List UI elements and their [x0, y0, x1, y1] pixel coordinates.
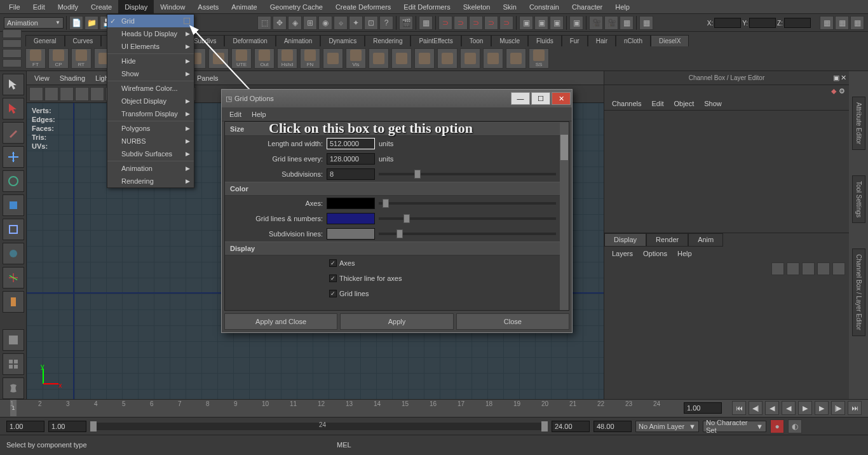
magnet-icon[interactable]: ⊃ — [438, 16, 452, 30]
toolbar-icon[interactable]: 📄 — [69, 16, 83, 30]
menu-item-object-display[interactable]: Object Display▶ — [107, 95, 194, 107]
snap-icon[interactable]: ✥ — [273, 16, 287, 30]
shelf-scroll-btn[interactable] — [3, 49, 22, 58]
snap-icon[interactable]: ◉ — [318, 16, 332, 30]
render-icon[interactable]: 🎥 — [604, 16, 618, 30]
layer-tab-display[interactable]: Display — [604, 233, 646, 247]
menu-edit-deformers[interactable]: Edit Deformers — [397, 0, 456, 14]
layout-icon[interactable]: ▦ — [835, 16, 849, 30]
toolbar-icon[interactable]: 📁 — [85, 16, 98, 30]
shelf-item[interactable]: FT — [25, 48, 46, 69]
range-start-input[interactable] — [6, 421, 44, 432]
menu-item-subdiv-surfaces[interactable]: Subdiv Surfaces▶ — [107, 147, 194, 160]
shelf-item[interactable]: RT — [71, 48, 92, 69]
axes-checkbox[interactable]: ✓ — [329, 259, 337, 267]
goto-end-icon[interactable]: ⏭ — [848, 401, 862, 415]
layer-area[interactable] — [604, 277, 849, 399]
shelf-scroll-btn[interactable] — [3, 39, 22, 48]
vp-icon[interactable] — [60, 87, 74, 101]
menu-skeleton[interactable]: Skeleton — [457, 0, 497, 14]
shelf-item[interactable] — [323, 48, 343, 69]
layer-icon[interactable] — [787, 262, 799, 275]
menu-help[interactable]: Help — [609, 0, 636, 14]
dialog-titlebar[interactable]: ◳Grid Options — ☐ ✕ — [222, 90, 572, 107]
range-end-input[interactable] — [552, 421, 590, 432]
option-box-icon[interactable] — [184, 18, 190, 24]
menu-assets[interactable]: Assets — [191, 0, 225, 14]
vtab-attribute-editor[interactable]: Attribute Editor — [852, 97, 865, 150]
render-icon[interactable]: ▣ — [519, 16, 533, 30]
menu-display[interactable]: Display — [118, 0, 154, 14]
panel-icon[interactable]: ▣ — [833, 74, 839, 82]
apply-button[interactable]: Apply — [340, 313, 453, 330]
snap-icon[interactable]: ⊡ — [364, 16, 378, 30]
shelf-item[interactable]: Out — [254, 48, 275, 69]
vtab-channel-box-layer-editor[interactable]: Channel Box / Layer Editor — [852, 248, 865, 336]
ch-menu-edit[interactable]: Edit — [646, 100, 668, 107]
channel-area[interactable] — [604, 111, 849, 233]
gridlines-checkbox[interactable]: ✓ — [329, 290, 337, 297]
gridlines-color-swatch[interactable] — [327, 213, 375, 224]
menu-item-rendering[interactable]: Rendering▶ — [107, 175, 194, 187]
layout-icon[interactable]: ▦ — [850, 16, 864, 30]
color-section[interactable]: Color — [225, 182, 569, 196]
vp-menu-view[interactable]: View — [29, 74, 55, 82]
gridlines-color-slider[interactable] — [379, 217, 556, 220]
length-width-input[interactable] — [327, 138, 375, 149]
single-view[interactable] — [3, 329, 24, 351]
layout-icon[interactable]: ▦ — [820, 16, 834, 30]
layer-menu-layers[interactable]: Layers — [607, 250, 638, 257]
shelf-tab-animation[interactable]: Animation — [276, 35, 320, 46]
menu-skin[interactable]: Skin — [496, 0, 522, 14]
last-tool[interactable] — [3, 267, 24, 289]
key-back-icon[interactable]: ◀ — [765, 401, 779, 415]
render-icon[interactable]: ▦ — [620, 16, 634, 30]
shelf-item[interactable] — [483, 48, 503, 69]
vp-icon[interactable] — [44, 87, 58, 101]
char-set-combo[interactable]: No Character Set▼ — [703, 421, 766, 432]
y-input[interactable] — [749, 18, 776, 28]
shelf-item[interactable] — [460, 48, 480, 69]
snap-icon[interactable]: ◈ — [288, 16, 302, 30]
layer-tab-render[interactable]: Render — [646, 233, 688, 247]
layer-menu-options[interactable]: Options — [638, 250, 672, 257]
vp-icon[interactable] — [75, 87, 89, 101]
rotate-tool[interactable] — [3, 170, 24, 192]
end-frame-input[interactable] — [684, 402, 722, 414]
shelf-item[interactable]: FN — [300, 48, 320, 69]
spacer-tool[interactable] — [3, 291, 24, 313]
subdivision-color-slider[interactable] — [379, 233, 556, 235]
shelf-scroll-btn[interactable] — [3, 29, 22, 38]
shelf-tab-dynamics[interactable]: Dynamics — [320, 35, 365, 46]
shelf-item[interactable]: Vis — [346, 48, 366, 69]
construction-icon[interactable]: ▦ — [419, 16, 433, 30]
layer-menu-help[interactable]: Help — [672, 250, 697, 257]
display-section[interactable]: Display — [225, 241, 569, 255]
key-icon[interactable]: ● — [770, 419, 784, 433]
mode-combo[interactable]: Animation▼ — [4, 17, 64, 29]
render-icon[interactable]: ▣ — [569, 16, 583, 30]
magnet-icon[interactable]: ⊃ — [499, 16, 513, 30]
menu-create-deformers[interactable]: Create Deformers — [329, 0, 397, 14]
shelf-item[interactable]: UTE — [231, 48, 252, 69]
help-icon[interactable]: ? — [379, 16, 393, 30]
shelf-tab-curves[interactable]: Curves — [65, 35, 102, 46]
range-end2-input[interactable] — [593, 421, 632, 432]
shelf-scroll-btn[interactable] — [3, 59, 22, 68]
shelf-tab-general[interactable]: General — [25, 35, 65, 46]
shelf-item[interactable] — [208, 48, 229, 69]
key-icon[interactable]: ◐ — [788, 419, 802, 433]
ch-menu-show[interactable]: Show — [699, 100, 727, 107]
close-button[interactable]: Close — [456, 313, 569, 330]
subdivisions-input[interactable] — [327, 168, 375, 180]
shelf-item[interactable] — [369, 48, 389, 69]
shelf-tab-ncloth[interactable]: nCloth — [616, 35, 651, 46]
panel-close-icon[interactable]: ✕ — [841, 74, 846, 82]
step-fwd-icon[interactable]: |▶ — [831, 401, 845, 415]
ch-menu-object[interactable]: Object — [668, 100, 699, 107]
lasso-tool[interactable] — [3, 98, 24, 119]
goto-start-icon[interactable]: ⏮ — [732, 401, 746, 415]
subdivision-color-swatch[interactable] — [327, 228, 375, 240]
vp-icon[interactable] — [90, 87, 104, 101]
snap-icon[interactable]: ⟐ — [334, 16, 348, 30]
